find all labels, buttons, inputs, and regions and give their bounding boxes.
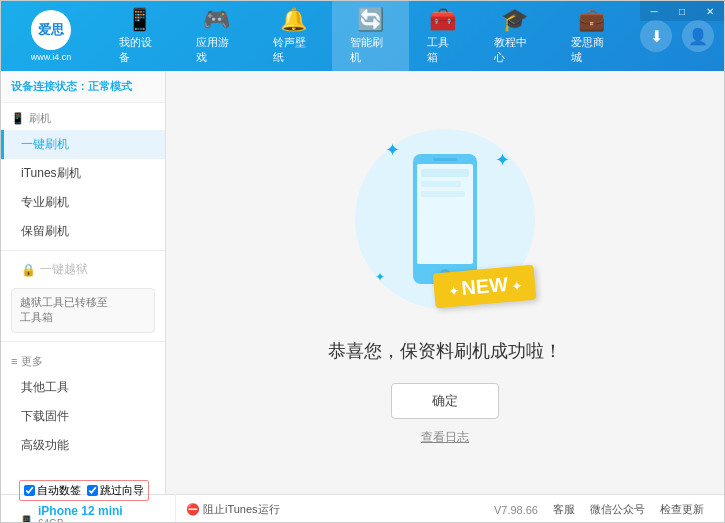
nav-apps-games[interactable]: 🎮 应用游戏 xyxy=(178,0,255,73)
phone-svg xyxy=(405,149,485,289)
download-firmware-label: 下载固件 xyxy=(21,408,69,425)
flash-icon: 📱 xyxy=(11,112,25,125)
sidebar-item-advanced[interactable]: 高级功能 xyxy=(1,431,165,460)
jailbreak-note: 越狱工具已转移至工具箱 xyxy=(11,288,155,333)
success-message: 恭喜您，保资料刷机成功啦！ xyxy=(328,339,562,363)
lock-icon: 🔒 xyxy=(21,263,36,277)
user-button[interactable]: 👤 xyxy=(682,20,714,52)
nav-ringtones-label: 铃声壁纸 xyxy=(273,35,314,65)
bottom-right-section: ⛔ 阻止iTunes运行 V7.98.66 客服 微信公众号 检查更新 xyxy=(176,502,714,517)
top-navigation: 爱思 www.i4.cn 📱 我的设备 🎮 应用游戏 🔔 铃声壁纸 🔄 智能刷机 xyxy=(1,1,724,71)
sidebar-item-save-flash[interactable]: 保留刷机 xyxy=(1,217,165,246)
stop-itunes[interactable]: ⛔ 阻止iTunes运行 xyxy=(186,502,280,517)
nav-toolbox[interactable]: 🧰 工具箱 xyxy=(409,0,476,73)
sidebar-divider-1 xyxy=(1,250,165,251)
skip-wizard-label[interactable]: 跳过向导 xyxy=(87,483,144,498)
auto-send-label[interactable]: 自动数签 xyxy=(24,483,81,498)
other-tools-label: 其他工具 xyxy=(21,379,69,396)
device-status: 设备连接状态：正常模式 xyxy=(1,71,165,103)
sparkle-3: ✦ xyxy=(375,270,385,284)
main-content: 设备连接状态：正常模式 📱 刷机 一键刷机 iTunes刷机 专业刷机 保留刷机 xyxy=(1,71,724,494)
my-device-icon: 📱 xyxy=(126,7,153,33)
itunes-flash-label: iTunes刷机 xyxy=(21,165,81,182)
nav-ringtones[interactable]: 🔔 铃声壁纸 xyxy=(255,0,332,73)
tutorial-icon: 🎓 xyxy=(501,7,528,33)
auto-send-text: 自动数签 xyxy=(37,483,81,498)
device-phone-icon: 📱 xyxy=(19,515,34,524)
svg-rect-1 xyxy=(417,164,473,264)
restore-button[interactable]: □ xyxy=(668,1,696,21)
top-right-actions: ⬇ 👤 xyxy=(640,20,714,52)
checkbox-group: 自动数签 跳过向导 xyxy=(19,480,149,501)
logo-area: 爱思 www.i4.cn xyxy=(11,10,91,62)
nav-smart-store-label: 智能刷机 xyxy=(350,35,391,65)
nav-apps-games-label: 应用游戏 xyxy=(196,35,237,65)
nav-think-store[interactable]: 💼 爱思商城 xyxy=(553,0,630,73)
content-area: ✦ ✦ ✦ NEW xyxy=(166,71,724,494)
jailbreak-label: 一键越狱 xyxy=(40,261,88,278)
sidebar-item-jailbreak-disabled: 🔒 一键越狱 xyxy=(1,255,165,284)
download-button[interactable]: ⬇ xyxy=(640,20,672,52)
stop-itunes-label: 阻止iTunes运行 xyxy=(203,502,280,517)
nav-tutorial[interactable]: 🎓 教程中心 xyxy=(476,0,553,73)
auto-send-checkbox[interactable] xyxy=(24,485,35,496)
advanced-label: 高级功能 xyxy=(21,437,69,454)
phone-illustration: ✦ ✦ ✦ NEW xyxy=(345,119,545,319)
nav-toolbox-label: 工具箱 xyxy=(427,35,458,65)
close-button[interactable]: ✕ xyxy=(696,1,724,21)
status-label: 设备连接状态： xyxy=(11,80,88,92)
nav-tutorial-label: 教程中心 xyxy=(494,35,535,65)
stop-icon: ⛔ xyxy=(186,503,200,516)
sparkle-1: ✦ xyxy=(385,139,400,161)
nav-my-device[interactable]: 📱 我的设备 xyxy=(101,0,178,73)
save-flash-label: 保留刷机 xyxy=(21,223,69,240)
svg-rect-3 xyxy=(433,158,457,161)
logo-icon: 爱思 xyxy=(31,10,71,50)
sidebar-item-other-tools[interactable]: 其他工具 xyxy=(1,373,165,402)
wechat-link[interactable]: 微信公众号 xyxy=(590,502,645,517)
one-click-flash-label: 一键刷机 xyxy=(21,136,69,153)
skip-wizard-checkbox[interactable] xyxy=(87,485,98,496)
device-storage: 64GB xyxy=(38,518,123,524)
skip-wizard-text: 跳过向导 xyxy=(100,483,144,498)
nav-menu: 📱 我的设备 🎮 应用游戏 🔔 铃声壁纸 🔄 智能刷机 🧰 工具箱 🎓 xyxy=(101,0,630,73)
sidebar-divider-2 xyxy=(1,341,165,342)
more-icon: ≡ xyxy=(11,355,17,367)
device-name: iPhone 12 mini xyxy=(38,504,123,518)
nav-think-store-label: 爱思商城 xyxy=(571,35,612,65)
sidebar: 设备连接状态：正常模式 📱 刷机 一键刷机 iTunes刷机 专业刷机 保留刷机 xyxy=(1,71,166,494)
device-info: 📱 iPhone 12 mini 64GB Down-12mini-13,1 xyxy=(19,504,167,524)
svg-rect-6 xyxy=(421,191,465,197)
toolbox-icon: 🧰 xyxy=(429,7,456,33)
sidebar-item-download-firmware[interactable]: 下载固件 xyxy=(1,402,165,431)
bottom-links-area: V7.98.66 客服 微信公众号 检查更新 xyxy=(494,502,704,517)
nav-smart-store[interactable]: 🔄 智能刷机 xyxy=(332,0,409,73)
check-update-link[interactable]: 检查更新 xyxy=(660,502,704,517)
new-badge: NEW xyxy=(432,265,536,309)
svg-rect-5 xyxy=(421,181,461,187)
sidebar-item-itunes-flash[interactable]: iTunes刷机 xyxy=(1,159,165,188)
minimize-button[interactable]: ─ xyxy=(640,1,668,21)
more-section-header: ≡ 更多 xyxy=(1,346,165,373)
apps-games-icon: 🎮 xyxy=(203,7,230,33)
more-label: 更多 xyxy=(21,354,43,369)
secondary-link[interactable]: 查看日志 xyxy=(421,429,469,446)
device-details: iPhone 12 mini 64GB Down-12mini-13,1 xyxy=(38,504,123,524)
sparkle-2: ✦ xyxy=(495,149,510,171)
service-link[interactable]: 客服 xyxy=(553,502,575,517)
svg-rect-4 xyxy=(421,169,469,177)
logo-url: www.i4.cn xyxy=(31,52,72,62)
window-controls: ─ □ ✕ xyxy=(640,1,724,21)
confirm-button[interactable]: 确定 xyxy=(391,383,499,419)
status-value: 正常模式 xyxy=(88,80,132,92)
ringtones-icon: 🔔 xyxy=(280,7,307,33)
pro-flash-label: 专业刷机 xyxy=(21,194,69,211)
think-store-icon: 💼 xyxy=(578,7,605,33)
smart-store-icon: 🔄 xyxy=(357,7,384,33)
sidebar-item-pro-flash[interactable]: 专业刷机 xyxy=(1,188,165,217)
version-text: V7.98.66 xyxy=(494,504,538,516)
flash-section-header: 📱 刷机 xyxy=(1,103,165,130)
flash-label: 刷机 xyxy=(29,111,51,126)
nav-my-device-label: 我的设备 xyxy=(119,35,160,65)
sidebar-item-one-click-flash[interactable]: 一键刷机 xyxy=(1,130,165,159)
